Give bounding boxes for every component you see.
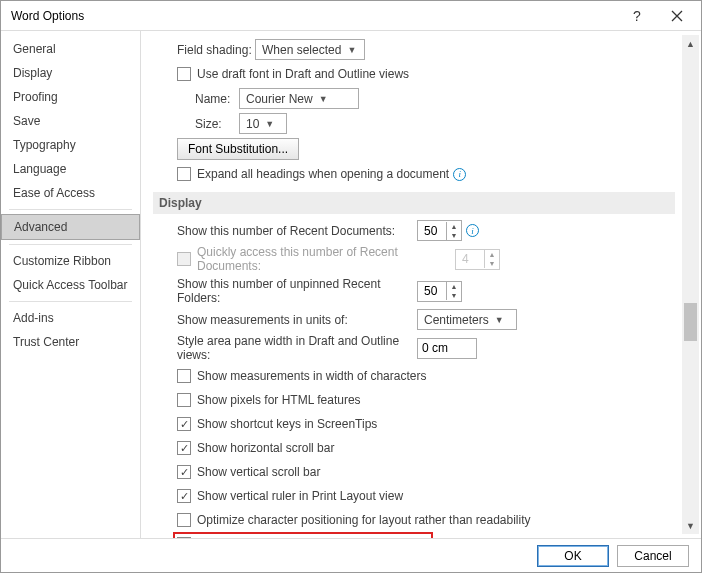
sidebar-item-proofing[interactable]: Proofing <box>1 85 140 109</box>
shortcut-keys-checkbox[interactable] <box>177 417 191 431</box>
vruler-label: Show vertical ruler in Print Layout view <box>197 489 403 503</box>
dialog-footer: OK Cancel <box>1 538 701 572</box>
optimize-positioning-label: Optimize character positioning for layou… <box>197 513 531 527</box>
scroll-up-icon[interactable]: ▲ <box>682 35 699 52</box>
hscroll-checkbox[interactable] <box>177 441 191 455</box>
scroll-down-icon[interactable]: ▼ <box>682 517 699 534</box>
unpinned-folders-label: Show this number of unpinned Recent Fold… <box>177 277 417 305</box>
expand-headings-checkbox[interactable] <box>177 167 191 181</box>
quick-access-spinner: 4 ▲▼ <box>455 249 500 270</box>
scrollbar-thumb[interactable] <box>684 303 697 341</box>
sidebar-item-general[interactable]: General <box>1 37 140 61</box>
sidebar: General Display Proofing Save Typography… <box>1 31 141 538</box>
style-area-input[interactable]: 0 cm <box>417 338 477 359</box>
font-name-select[interactable]: Courier New▼ <box>239 88 359 109</box>
vscroll-checkbox[interactable] <box>177 465 191 479</box>
info-icon[interactable]: i <box>466 224 479 237</box>
hscroll-label: Show horizontal scroll bar <box>197 441 334 455</box>
field-shading-label: Field shading: <box>177 43 255 57</box>
style-area-label: Style area pane width in Draft and Outli… <box>177 334 417 362</box>
vscroll-label: Show vertical scroll bar <box>197 465 320 479</box>
use-draft-font-checkbox[interactable] <box>177 67 191 81</box>
units-label: Show measurements in units of: <box>177 313 417 327</box>
close-button[interactable] <box>657 2 697 30</box>
vruler-checkbox[interactable] <box>177 489 191 503</box>
recent-docs-label: Show this number of Recent Documents: <box>177 224 417 238</box>
measurements-width-checkbox[interactable] <box>177 369 191 383</box>
window-title: Word Options <box>11 9 617 23</box>
units-select[interactable]: Centimeters▼ <box>417 309 517 330</box>
pixels-html-label: Show pixels for HTML features <box>197 393 361 407</box>
field-shading-select[interactable]: When selected▼ <box>255 39 365 60</box>
sidebar-item-ease-of-access[interactable]: Ease of Access <box>1 181 140 205</box>
shortcut-keys-label: Show shortcut keys in ScreenTips <box>197 417 377 431</box>
sidebar-item-quick-access-toolbar[interactable]: Quick Access Toolbar <box>1 273 140 297</box>
expand-headings-label: Expand all headings when opening a docum… <box>197 167 449 181</box>
font-name-label: Name: <box>195 92 239 106</box>
info-icon[interactable]: i <box>453 168 466 181</box>
sidebar-item-save[interactable]: Save <box>1 109 140 133</box>
sidebar-item-trust-center[interactable]: Trust Center <box>1 330 140 354</box>
quick-access-label: Quickly access this number of Recent Doc… <box>197 245 455 273</box>
help-button[interactable]: ? <box>617 2 657 30</box>
sidebar-item-language[interactable]: Language <box>1 157 140 181</box>
sidebar-item-add-ins[interactable]: Add-ins <box>1 306 140 330</box>
unpinned-folders-spinner[interactable]: 50 ▲▼ <box>417 281 462 302</box>
sidebar-item-customize-ribbon[interactable]: Customize Ribbon <box>1 249 140 273</box>
font-substitution-button[interactable]: Font Substitution... <box>177 138 299 160</box>
sidebar-item-typography[interactable]: Typography <box>1 133 140 157</box>
vertical-scrollbar[interactable]: ▲ ▼ <box>682 35 699 534</box>
optimize-positioning-checkbox[interactable] <box>177 513 191 527</box>
ok-button[interactable]: OK <box>537 545 609 567</box>
content-pane: Field shading: When selected▼ Use draft … <box>141 31 701 538</box>
pixels-html-checkbox[interactable] <box>177 393 191 407</box>
sidebar-item-advanced[interactable]: Advanced <box>1 214 140 240</box>
display-section-header: Display <box>153 192 675 214</box>
use-draft-font-label: Use draft font in Draft and Outline view… <box>197 67 409 81</box>
quick-access-checkbox[interactable] <box>177 252 191 266</box>
font-size-select[interactable]: 10▼ <box>239 113 287 134</box>
titlebar: Word Options ? <box>1 1 701 31</box>
font-size-label: Size: <box>195 117 239 131</box>
recent-docs-spinner[interactable]: 50 ▲▼ <box>417 220 462 241</box>
sidebar-item-display[interactable]: Display <box>1 61 140 85</box>
cancel-button[interactable]: Cancel <box>617 545 689 567</box>
measurements-width-label: Show measurements in width of characters <box>197 369 426 383</box>
